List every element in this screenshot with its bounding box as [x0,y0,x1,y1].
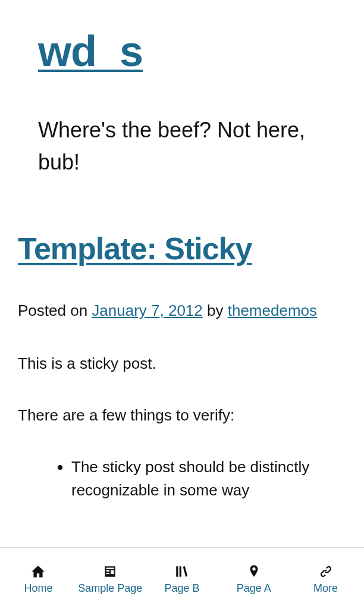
by-label: by [203,302,228,319]
main-content: wd_s Where's the beef? Not here, bub! Te… [0,0,364,502]
tab-more[interactable]: More [290,563,362,595]
post-author-link[interactable]: themedemos [228,302,317,319]
tab-label: Page A [237,583,271,595]
post-date-link[interactable]: January 7, 2012 [92,302,202,319]
tab-home[interactable]: Home [2,563,74,595]
newspaper-icon [102,563,118,580]
post-paragraph: There are a few things to verify: [18,404,346,426]
post-paragraph: This is a sticky post. [18,353,346,374]
link-icon [318,563,334,580]
tab-label: Home [24,583,52,595]
tab-label: Sample Page [78,583,142,595]
site-tagline: Where's the beef? Not here, bub! [18,114,346,178]
home-icon [30,563,46,580]
pin-icon [246,563,262,580]
tab-sample-page[interactable]: Sample Page [74,563,146,595]
post-title-link[interactable]: Template: Sticky [18,232,346,266]
books-icon [174,563,190,580]
tab-page-a[interactable]: Page A [218,563,290,595]
post-meta: Posted on January 7, 2012 by themedemos [18,302,346,320]
tab-page-b[interactable]: Page B [146,563,218,595]
posted-on-label: Posted on [18,302,92,319]
tab-label: Page B [164,583,199,595]
list-item: The sticky post should be distinctly rec… [71,456,346,502]
tab-label: More [313,583,338,595]
post-list: The sticky post should be distinctly rec… [18,456,346,502]
bottom-tabbar: Home Sample Page Page B Page A More [0,547,364,609]
site-title-link[interactable]: wd_s [18,30,346,73]
